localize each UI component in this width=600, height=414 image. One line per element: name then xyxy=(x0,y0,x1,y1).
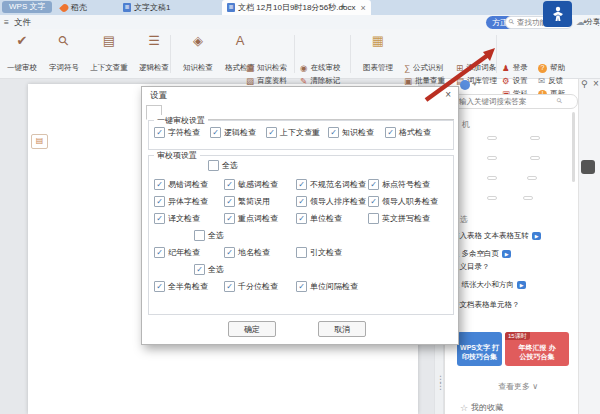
ribbon-small-button[interactable]: ♟ 登录 xyxy=(502,62,528,74)
ribbon-big-button[interactable]: ▦ 图表管理 xyxy=(356,31,400,75)
ribbon-big-button[interactable]: ▤ 上下文查重 xyxy=(86,31,132,75)
dialog-checkbox[interactable]: ✓ 单位间隔检查 xyxy=(296,281,358,292)
ribbon-big-button[interactable]: ✔ 一键审校 xyxy=(2,31,42,75)
my-favorites[interactable]: ☆ 我的收藏 xyxy=(460,402,503,413)
ribbon-small-button[interactable]: ∑ 公式识别 xyxy=(404,62,443,74)
ribbon-small-button[interactable]: ◉ 在线审校 xyxy=(300,62,340,74)
ribbon-founder-proofread: ✔ 一键审校 ⚲ 字词符号 ▤ 上下文查重 ☰ 逻辑检查 ◈ 知识检查 A 格式… xyxy=(0,29,600,79)
ribbon-button-icon: ✔ xyxy=(17,34,28,48)
dialog-checkbox[interactable]: 全选 xyxy=(208,160,238,171)
dialog-checkbox[interactable]: ✓ 易错词检查 xyxy=(154,179,208,190)
help-question-label: 插入表格 文本表格互转 xyxy=(452,231,529,241)
dialog-checkbox[interactable]: ✓ 地名检查 xyxy=(224,247,270,258)
checkbox-box: ✓ xyxy=(224,179,235,190)
help-topic-tag[interactable] xyxy=(530,136,540,140)
checkbox-box: ✓ xyxy=(296,179,307,190)
checkbox-label: 繁简误用 xyxy=(238,196,270,207)
chevron-down-icon[interactable]: ▾ xyxy=(473,80,477,88)
dialog-checkbox[interactable]: ✓ 知识检查 xyxy=(328,127,374,138)
menubar: ≡ 文件 方正审校 ⚲ ☁ ▲ 分享 ⋮ xyxy=(0,15,600,29)
new-tab-button[interactable]: + xyxy=(340,1,346,12)
dialog-checkbox[interactable]: ✓ 千分位检查 xyxy=(224,281,278,292)
dialog-checkbox[interactable]: 全选 xyxy=(194,230,224,241)
dialog-checkbox[interactable]: ✓ 敏感词检查 xyxy=(224,179,278,190)
help-question-item[interactable]: 分文档表格单元格？ ▶ xyxy=(452,300,520,310)
dialog-checkbox[interactable]: ✓ 上下文查重 xyxy=(266,127,320,138)
side-tool-icon[interactable] xyxy=(581,160,595,174)
paste-options-button[interactable]: ▤ xyxy=(31,134,48,149)
dialog-checkbox[interactable]: ✓ 繁简误用 xyxy=(224,196,270,207)
help-topic-tag[interactable] xyxy=(487,136,497,140)
ribbon-small-button[interactable]: ✉ 反馈 xyxy=(538,75,563,87)
ribbon-small-icon: ▣ xyxy=(404,76,412,86)
ribbon-small-button[interactable]: ? 帮助 xyxy=(538,62,565,74)
dialog-checkbox[interactable]: ✓ 重点词检查 xyxy=(224,213,278,224)
splitter-handle-dots[interactable]: ⋮⋮ xyxy=(436,376,445,390)
ribbon-small-button[interactable]: ▦ 知识检索 xyxy=(246,62,287,74)
sidebar-scrollbar[interactable] xyxy=(572,112,575,182)
checkbox-label: 上下文查重 xyxy=(280,127,320,138)
tab-document-active-label: 文档 12月10日9时18分56秒.docx xyxy=(238,2,355,13)
cancel-button[interactable]: 取消 xyxy=(318,321,366,337)
see-more-link[interactable]: 查看更多 ∨ xyxy=(498,381,538,392)
dialog-checkbox[interactable]: ✓ 逻辑检查 xyxy=(210,127,256,138)
ribbon-small-icon: ∑ xyxy=(404,63,410,73)
menu-file[interactable]: 文件 xyxy=(14,17,31,29)
ribbon-button-label: 上下文查重 xyxy=(90,63,128,73)
assistant-avatar-icon[interactable] xyxy=(460,80,470,90)
dialog-checkbox[interactable]: ✓ 全选 xyxy=(194,264,224,275)
help-topic-tag[interactable] xyxy=(523,196,533,200)
groupbox-legend: 一键审校设置 xyxy=(154,115,208,126)
ribbon-small-icon: ✎ xyxy=(300,76,307,86)
tab-document-1[interactable]: ≣ 文字文稿1 xyxy=(118,0,175,15)
help-topic-tag[interactable] xyxy=(527,176,537,180)
dialog-checkbox[interactable]: ✓ 译文检查 xyxy=(154,213,200,224)
help-question-item[interactable]: 插入表格 文本表格互转 ▶ xyxy=(452,231,541,241)
tab-close-icon[interactable]: × xyxy=(360,3,365,13)
help-topic-tag[interactable] xyxy=(487,196,497,200)
dialog-checkbox[interactable]: ✓ 单位检查 xyxy=(296,213,342,224)
course-card-title-line: 公技巧合集 xyxy=(505,352,569,361)
hamburger-icon[interactable]: ≡ xyxy=(4,17,9,27)
dialog-checkbox[interactable]: ✓ 异体字检查 xyxy=(154,196,208,207)
side-toolbar-strip xyxy=(578,78,600,414)
app-tab-wps[interactable]: WPS 文字 xyxy=(2,1,52,13)
dialog-close-icon[interactable]: × xyxy=(445,89,451,100)
ribbon-big-button[interactable]: ⚲ 字词符号 xyxy=(44,31,84,75)
help-topic-tag[interactable] xyxy=(487,156,497,160)
checkbox-box: ✓ xyxy=(224,247,235,258)
my-favorites-label: 我的收藏 xyxy=(471,402,503,413)
help-question-label: 改 纸张大小和方向 xyxy=(452,280,514,290)
dialog-checkbox[interactable]: ✓ 全半角检查 xyxy=(154,281,208,292)
ribbon-small-icon: ✉ xyxy=(538,76,545,86)
dialog-checkbox[interactable]: ✓ 格式检查 xyxy=(385,127,431,138)
help-question-item[interactable]: 换 多余空白页 ▶ xyxy=(452,249,511,259)
ribbon-big-button[interactable]: ◈ 知识检查 xyxy=(178,31,218,75)
help-topic-tag[interactable] xyxy=(487,176,497,180)
course-card-year-report[interactable]: 15课时 年终汇报 办 公技巧合集 xyxy=(505,332,569,366)
dialog-checkbox[interactable]: ✓ 领导人职务检查 xyxy=(368,196,438,207)
course-card-wps-print[interactable]: WPS文字 打 印技巧合集 xyxy=(457,332,502,366)
dialog-checkbox[interactable]: ✓ 不规范名词检查 xyxy=(296,179,366,190)
ribbon-small-icon: ◉ xyxy=(300,63,307,73)
help-question-item[interactable]: 改 纸张大小和方向 ▶ xyxy=(452,280,526,290)
dialog-checkbox[interactable]: 英文拼写检查 xyxy=(368,213,430,224)
ribbon-small-label: 添加词条 xyxy=(466,63,496,73)
tab-document-active[interactable]: ≣ 文档 12月10日9时18分56秒.docx × xyxy=(222,0,371,15)
ribbon-small-button[interactable]: ⚙ 设置 xyxy=(502,75,528,87)
tab-docer[interactable]: 稻壳 xyxy=(56,0,92,15)
ribbon-big-button[interactable]: ☰ 逻辑检查 xyxy=(134,31,174,75)
ribbon-button-label: 知识检查 xyxy=(183,63,213,73)
pin-icon[interactable]: ⚲ xyxy=(581,79,588,89)
ribbon-small-button[interactable]: ⊞ 添加词条 xyxy=(456,62,496,74)
close-icon[interactable]: × xyxy=(593,78,599,89)
help-topic-tag[interactable] xyxy=(530,156,540,160)
dialog-checkbox[interactable]: ✓ 纪年检查 xyxy=(154,247,200,258)
dialog-checkbox[interactable]: ✓ 标点符号检查 xyxy=(368,179,430,190)
ok-button[interactable]: 确定 xyxy=(228,321,276,337)
dialog-checkbox[interactable]: ✓ 领导人排序检查 xyxy=(296,196,366,207)
dialog-checkbox[interactable]: ✓ 字符检查 xyxy=(154,127,200,138)
checkbox-label: 格式检查 xyxy=(399,127,431,138)
more-menu-icon[interactable]: ⋮ xyxy=(594,17,600,27)
dialog-checkbox[interactable]: 引文检查 xyxy=(296,247,342,258)
